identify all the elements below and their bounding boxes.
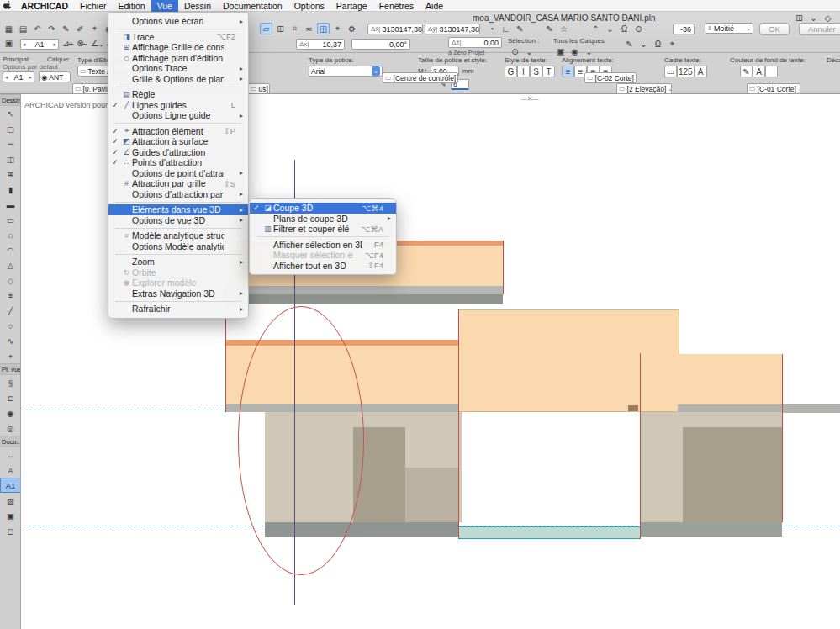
menu-item-options-trace[interactable]: Options Trace▸ bbox=[108, 63, 248, 74]
chevron-down-icon[interactable]: ⌄ bbox=[523, 45, 536, 57]
grid-view-icon[interactable]: ▦ bbox=[3, 23, 15, 34]
column-tool[interactable]: ▮ bbox=[0, 182, 21, 197]
pen-icon[interactable]: ✎ bbox=[623, 38, 636, 50]
settings-icon[interactable]: ⚙ bbox=[346, 23, 358, 34]
increase-icon[interactable]: ⌃ bbox=[589, 23, 602, 34]
roof-tool[interactable]: ⌂ bbox=[0, 227, 21, 242]
dimension-tool[interactable]: ↔ bbox=[0, 447, 21, 462]
next-arrow-icon[interactable]: ▸ bbox=[53, 41, 56, 48]
target-icon[interactable]: ⌖ bbox=[88, 23, 101, 34]
distance-field[interactable]: Δx| 10,37 bbox=[296, 39, 345, 50]
menu-item-mod-le-analytique-structurel[interactable]: ⌗Modèle analytique structurel bbox=[108, 230, 248, 241]
menu-item-options-de-point-d-attraction[interactable]: Options de point d'attraction▸ bbox=[108, 168, 248, 179]
menubar-item-fichier[interactable]: Fichier bbox=[74, 0, 113, 12]
bg-pen-icon[interactable]: ✎ bbox=[740, 66, 753, 77]
wall-tool[interactable]: ═ bbox=[0, 136, 21, 151]
stair-tool[interactable]: ≡ bbox=[0, 288, 21, 303]
fill-tool[interactable]: ▨ bbox=[0, 493, 21, 508]
subtract-icon[interactable]: − bbox=[79, 38, 92, 50]
add-icon[interactable]: + bbox=[65, 38, 77, 50]
apple-menu-icon[interactable] bbox=[0, 0, 15, 11]
zone-tool[interactable]: ◇ bbox=[0, 272, 21, 288]
menubar-item-vue[interactable]: Vue bbox=[151, 0, 178, 12]
menu-item-plans-de-coupe-3d[interactable]: Plans de coupe 3D▸ bbox=[250, 214, 396, 225]
menu-item-el-ments-dans-vue-3d[interactable]: Eléments dans vue 3D▸ bbox=[108, 204, 248, 215]
figure-tool[interactable]: ◻ bbox=[0, 523, 21, 538]
snap-grid-toggle[interactable]: ⌗ bbox=[288, 23, 301, 34]
menubar-item-edition[interactable]: Edition bbox=[113, 0, 151, 12]
menu-item-extras-navigation-3d[interactable]: Extras Navigation 3D▸ bbox=[108, 288, 248, 299]
frame-value-button[interactable]: 125 bbox=[677, 66, 695, 77]
magnet-icon[interactable]: Ω bbox=[652, 38, 664, 50]
marquee-tool[interactable]: ▢ bbox=[0, 121, 21, 136]
menubar-app-name[interactable]: ARCHICAD bbox=[15, 0, 74, 12]
chevron-down-icon[interactable]: ⌄ bbox=[807, 12, 820, 24]
angle-field[interactable]: 0,00° bbox=[351, 39, 410, 50]
eyedropper-icon[interactable]: ✎ bbox=[60, 23, 72, 34]
grid-display-toggle[interactable]: ⊞ bbox=[274, 23, 287, 34]
bold-button[interactable]: G bbox=[505, 66, 517, 77]
menu-item-attraction-l-ment[interactable]: ✓⌖Attraction élément⇧P bbox=[108, 126, 248, 137]
perpendicular-icon[interactable]: ∟ bbox=[499, 23, 512, 34]
target-icon[interactable]: ⌖ bbox=[666, 38, 679, 50]
stepper-icon[interactable]: ⇕ bbox=[707, 25, 712, 32]
menu-item-attraction-surface[interactable]: ✓◩Attraction à surface bbox=[108, 136, 248, 147]
selection-toggle[interactable]: ▱ bbox=[260, 23, 272, 34]
section-tool[interactable]: § bbox=[0, 375, 21, 390]
menu-item-trace[interactable]: ◨Trace⌥F2 bbox=[108, 32, 248, 43]
menu-item-options-mod-le-analytique-structurel[interactable]: Options Modèle analytique structurel bbox=[108, 241, 248, 252]
line-tool[interactable]: ╱ bbox=[0, 303, 21, 318]
next-arrow-icon[interactable]: ▸ bbox=[29, 74, 32, 81]
label-tool[interactable]: A1 bbox=[0, 478, 21, 493]
menu-item-options-de-vue-3d[interactable]: Options de vue 3D▸ bbox=[108, 215, 248, 226]
menu-item-r-gle[interactable]: ▤Règle bbox=[108, 89, 248, 100]
underline-button[interactable]: S bbox=[530, 66, 542, 77]
strike-button[interactable]: T bbox=[542, 66, 555, 77]
menubar-item-dessin[interactable]: Dessin bbox=[178, 0, 217, 12]
menubar-item-fen-tres[interactable]: Fenêtres bbox=[373, 0, 420, 12]
angle-measure-icon[interactable]: ◔ bbox=[485, 23, 498, 34]
menu-item-points-d-attraction[interactable]: ✓∴Points d'attraction bbox=[108, 157, 248, 168]
beam-tool[interactable]: ▬ bbox=[0, 197, 21, 212]
menu-item-coupe-3d[interactable]: ✓◪Coupe 3D⌥⌘4 bbox=[250, 203, 396, 214]
menu-item-options-ligne-guide[interactable]: Options Ligne guide▸ bbox=[108, 110, 248, 121]
menubar-item-options[interactable]: Options bbox=[288, 0, 330, 12]
decrease-icon[interactable]: ⌄ bbox=[604, 23, 616, 34]
detail-tool[interactable]: ◎ bbox=[0, 420, 21, 436]
redo-icon[interactable]: ↷ bbox=[45, 23, 58, 34]
tool-variation-stepper[interactable]: ◂ A1 ▸ bbox=[20, 39, 59, 50]
magnet-icon[interactable]: Ω bbox=[618, 23, 631, 34]
cancel-button[interactable]: Annuler bbox=[799, 23, 840, 35]
menu-item-grille-options-de-plan-d-dition[interactable]: Grille & Options de plan d'édition▸ bbox=[108, 74, 248, 85]
editing-plane-toggle[interactable]: ◫ bbox=[317, 23, 330, 34]
syringe-icon[interactable]: ✐ bbox=[74, 23, 87, 34]
mesh-tool[interactable]: △ bbox=[0, 257, 21, 272]
fill-icon[interactable]: ▣ bbox=[3, 37, 15, 49]
coordinate-x-field[interactable]: Δx̄| 3130147,38 bbox=[367, 24, 423, 34]
chevron-down-icon[interactable]: ⌄ bbox=[637, 38, 650, 50]
coordinate-y-field[interactable]: Δȳ| 3130147,38 bbox=[425, 24, 480, 34]
menu-item-rafra-chir[interactable]: Rafraîchir▸ bbox=[108, 304, 248, 314]
hotspot-tool[interactable]: + bbox=[0, 348, 21, 363]
slab-tool[interactable]: ▭ bbox=[0, 212, 21, 227]
menu-item-afficher-s-lection-en-3d[interactable]: Afficher sélection en 3DF4 bbox=[250, 240, 396, 251]
lock-icon[interactable]: ◉ bbox=[568, 45, 581, 57]
layers-icon[interactable]: ▣ bbox=[554, 45, 567, 57]
ruler-toggle[interactable]: ≍ bbox=[303, 23, 315, 34]
shell-tool[interactable]: ◠ bbox=[0, 242, 21, 257]
camera-tool[interactable]: ◉ bbox=[0, 405, 21, 420]
text-tool[interactable]: A bbox=[0, 462, 21, 478]
orbit-icon[interactable]: ⊙ bbox=[632, 23, 645, 34]
menu-item-guides-d-attraction[interactable]: ✓∠Guides d'attraction bbox=[108, 147, 248, 158]
align-left-button[interactable]: ≡ bbox=[562, 66, 574, 77]
layout-icon[interactable]: ⊞ bbox=[793, 12, 806, 24]
drawing-tool[interactable]: ▣ bbox=[0, 508, 21, 523]
edit-icon[interactable]: ✎ bbox=[514, 23, 526, 34]
menu-item-attraction-par-grille[interactable]: #Attraction par grille⇧S bbox=[108, 178, 248, 189]
reference-combo-centre-de-contr-le[interactable]: ▭[Centre de contrôle]⌄ bbox=[383, 72, 458, 83]
ant-chip[interactable]: ◉ ANT bbox=[39, 71, 71, 82]
bg-number-box[interactable] bbox=[765, 66, 778, 77]
menu-item-afficher-tout-en-3d[interactable]: Afficher tout en 3D⇧F4 bbox=[250, 261, 396, 272]
navigator-icon[interactable]: ◇ bbox=[822, 12, 834, 24]
spline-tool[interactable]: ∿ bbox=[0, 333, 21, 348]
